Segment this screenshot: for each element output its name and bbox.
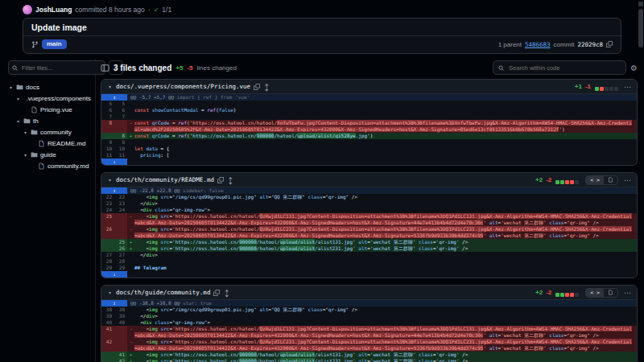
new-line-number[interactable]: 11 xyxy=(114,152,127,158)
tree-item-community-md[interactable]: community.md xyxy=(8,160,91,171)
collapse-file-chevron-icon[interactable]: ▾ xyxy=(107,177,113,183)
scrollbar-top-button[interactable] xyxy=(638,2,643,6)
old-line-number[interactable] xyxy=(101,358,114,362)
parent-sha-link[interactable]: 5486683 xyxy=(525,41,551,48)
old-line-number[interactable]: 27 xyxy=(101,252,114,258)
old-line-number[interactable]: 6 xyxy=(101,107,114,113)
copy-path-button[interactable] xyxy=(217,177,224,183)
file-options-kebab-button[interactable]: ⋯ xyxy=(624,289,631,297)
new-line-number[interactable]: 7 xyxy=(114,113,127,120)
author-avatar[interactable] xyxy=(23,5,32,14)
old-line-number[interactable]: 38 xyxy=(101,306,114,313)
old-line-number[interactable]: 28 xyxy=(101,258,114,265)
tree-item--vuepress-components[interactable]: ▾.vuepress/components xyxy=(8,93,91,104)
checks-success-icon[interactable]: ✓ xyxy=(154,6,159,14)
collapse-file-chevron-icon[interactable]: ▾ xyxy=(107,84,113,89)
old-line-number[interactable]: 5 xyxy=(101,101,114,107)
file-options-kebab-button[interactable]: ⋯ xyxy=(624,83,631,91)
old-line-number[interactable] xyxy=(101,133,114,139)
file-path[interactable]: docs/.vuepress/components/Pricing.vue xyxy=(116,83,250,90)
expand-down-button[interactable]: ↓ xyxy=(101,158,127,165)
commit-author[interactable]: JoshLuang xyxy=(35,6,72,14)
tree-item-readme-md[interactable]: README.md xyxy=(8,138,91,149)
source-view-button[interactable]: < > xyxy=(586,176,604,184)
old-line-number[interactable]: 29 xyxy=(101,265,114,271)
expand-file-button[interactable]: ↕ xyxy=(263,80,270,94)
old-line-number[interactable]: 24 xyxy=(101,207,114,213)
new-line-number[interactable]: 42 xyxy=(114,358,127,362)
expand-hunk-button[interactable]: ↕ xyxy=(101,187,127,194)
new-line-number[interactable] xyxy=(114,226,127,239)
expand-hunk-button[interactable]: ↕ xyxy=(101,94,127,101)
tree-item-th[interactable]: ▾th xyxy=(8,115,91,126)
file-path[interactable]: docs/th/community/README.md xyxy=(116,176,214,183)
old-line-number[interactable]: 8 xyxy=(101,120,114,133)
rich-view-button[interactable] xyxy=(604,289,617,297)
chevron-down-icon[interactable]: ▾ xyxy=(23,152,28,158)
chevron-down-icon[interactable]: ▾ xyxy=(15,96,21,101)
old-line-number[interactable]: 42 xyxy=(101,339,114,352)
chevron-down-icon[interactable]: ▾ xyxy=(8,84,14,90)
new-line-number[interactable]: 27 xyxy=(114,252,127,258)
old-line-number[interactable]: 7 xyxy=(101,113,114,120)
new-line-number[interactable] xyxy=(114,213,127,226)
new-line-number[interactable]: 9 xyxy=(114,139,127,146)
new-line-number[interactable]: 40 xyxy=(114,319,127,326)
new-line-number[interactable]: 24 xyxy=(114,207,127,213)
old-line-number[interactable]: 26 xyxy=(101,226,114,239)
new-line-number[interactable]: 25 xyxy=(114,239,127,245)
new-line-number[interactable] xyxy=(114,120,127,133)
new-line-number[interactable]: 10 xyxy=(114,146,127,152)
old-line-number[interactable]: 25 xyxy=(101,213,114,226)
collapse-file-chevron-icon[interactable]: ▾ xyxy=(107,290,113,295)
copy-path-button[interactable] xyxy=(254,84,260,90)
old-line-number[interactable]: 9 xyxy=(101,139,114,146)
expand-down-button[interactable]: ↓ xyxy=(101,271,127,278)
file-options-kebab-button[interactable]: ⋯ xyxy=(624,176,631,184)
expand-file-button[interactable]: ↕ xyxy=(227,173,233,187)
new-line-number[interactable] xyxy=(114,339,127,352)
old-line-number[interactable]: 39 xyxy=(101,313,114,319)
new-line-number[interactable]: 28 xyxy=(114,258,127,265)
new-line-number[interactable]: 29 xyxy=(114,265,127,271)
chevron-down-icon[interactable]: ▾ xyxy=(15,118,21,124)
old-line-number[interactable]: 10 xyxy=(101,146,114,152)
tree-item-community[interactable]: ▾community xyxy=(8,126,91,138)
tree-item-pricing-vue[interactable]: Pricing.vue xyxy=(8,104,91,115)
copy-sha-icon[interactable] xyxy=(606,41,613,47)
old-line-number[interactable]: 11 xyxy=(101,152,114,158)
old-line-number[interactable] xyxy=(101,239,114,245)
search-within-code-input[interactable] xyxy=(507,64,621,72)
expand-file-button[interactable]: ↕ xyxy=(223,286,229,300)
branch-badge[interactable]: main xyxy=(42,39,67,49)
expand-hunk-button[interactable]: ↕ xyxy=(101,300,127,306)
old-line-number[interactable] xyxy=(101,352,114,358)
new-line-number[interactable]: 8 xyxy=(114,133,127,139)
new-line-number[interactable]: 39 xyxy=(114,313,127,319)
file-path[interactable]: docs/th/guide/community.md xyxy=(116,289,210,296)
page-scrollbar[interactable] xyxy=(638,0,643,362)
source-view-button[interactable]: < > xyxy=(586,289,604,297)
old-line-number[interactable]: 22 xyxy=(101,194,114,200)
tree-item-docs[interactable]: ▾docs xyxy=(8,81,91,93)
chevron-down-icon[interactable]: ▾ xyxy=(23,130,28,135)
new-line-number[interactable]: 23 xyxy=(114,200,127,207)
new-line-number[interactable]: 22 xyxy=(114,194,127,200)
diff-settings-gear-button[interactable]: ⚙ xyxy=(630,64,638,72)
old-line-number[interactable] xyxy=(101,245,114,252)
new-line-number[interactable]: 5 xyxy=(114,101,127,107)
new-line-number[interactable] xyxy=(114,326,127,339)
new-line-number[interactable]: 41 xyxy=(114,352,127,358)
old-line-number[interactable]: 41 xyxy=(101,326,114,339)
checks-count[interactable]: 1/1 xyxy=(162,6,171,14)
new-line-number[interactable]: 26 xyxy=(114,245,127,252)
new-line-number[interactable]: 6 xyxy=(114,107,127,113)
scrollbar-thumb[interactable] xyxy=(638,9,643,47)
new-line-number[interactable]: 38 xyxy=(114,306,127,313)
old-line-number[interactable]: 23 xyxy=(101,200,114,207)
old-line-number[interactable]: 40 xyxy=(101,319,114,326)
tree-item-guide[interactable]: ▾guide xyxy=(8,149,91,160)
filter-files-input[interactable] xyxy=(20,64,101,72)
file-tree-toggle-button[interactable] xyxy=(101,64,109,72)
copy-path-button[interactable] xyxy=(213,290,220,296)
